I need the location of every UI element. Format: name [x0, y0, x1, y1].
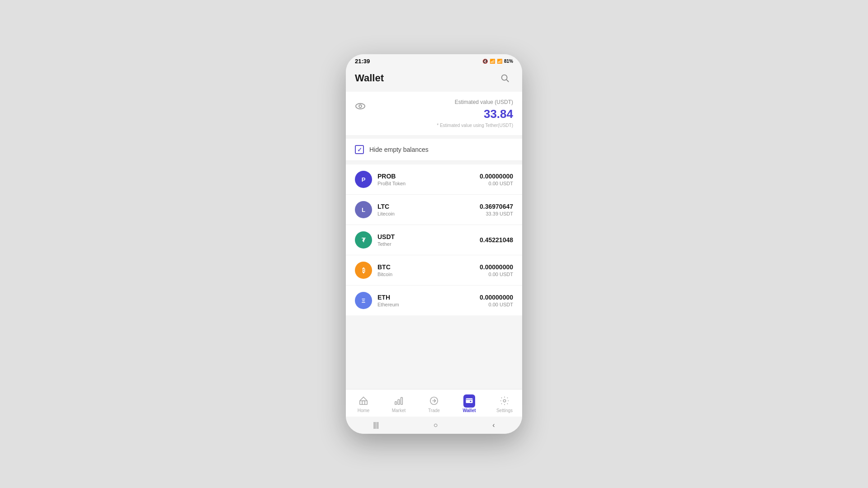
coin-symbol: ETH [377, 294, 399, 301]
coin-item-btc[interactable]: ₿ BTC Bitcoin 0.00000000 0.00 USDT [346, 255, 522, 286]
hide-empty-label: Hide empty balances [369, 146, 429, 153]
svg-rect-6 [398, 399, 400, 404]
coin-name: Tether [377, 241, 395, 247]
nav-settings[interactable]: Settings [491, 393, 518, 415]
coin-left: ₿ BTC Bitcoin [355, 262, 392, 279]
coin-left: ₮ USDT Tether [355, 231, 395, 249]
page-title: Wallet [355, 72, 384, 84]
coin-right: 0.45221048 [480, 236, 513, 244]
status-bar: 21:39 🔇 📶 📶 81% [346, 54, 522, 66]
coin-info-eth: ETH Ethereum [377, 294, 399, 307]
coin-usdt: 33.39 USDT [480, 211, 513, 216]
estimated-amount: 33.84 [437, 107, 513, 121]
coin-item-ltc[interactable]: L LTC Litecoin 0.36970647 33.39 USDT [346, 195, 522, 225]
svg-point-3 [359, 105, 362, 108]
system-home-button[interactable]: ○ [425, 419, 447, 431]
coin-balance: 0.00000000 [480, 263, 513, 271]
settings-icon [499, 395, 510, 407]
coin-balance: 0.00000000 [480, 294, 513, 301]
nav-wallet-label: Wallet [462, 408, 476, 413]
signal-icon: 📶 [497, 59, 502, 64]
coin-symbol: LTC [377, 203, 395, 210]
wifi-icon: 📶 [490, 59, 495, 64]
svg-rect-5 [395, 402, 397, 404]
estimated-label: Estimated value (USDT) [437, 99, 513, 105]
coin-info-prob: PROB ProBit Token [377, 173, 406, 186]
nav-trade[interactable]: Trade [420, 393, 448, 415]
svg-rect-4 [360, 401, 368, 404]
nav-settings-label: Settings [496, 408, 513, 413]
system-menu-button[interactable]: ||| [364, 419, 387, 431]
coin-left: L LTC Litecoin [355, 201, 395, 218]
estimated-note: * Estimated value using Tether(USDT) [437, 123, 513, 128]
coin-usdt: 0.00 USDT [480, 302, 513, 307]
svg-point-0 [502, 75, 507, 80]
content-area: Estimated value (USDT) 33.84 * Estimated… [346, 92, 522, 389]
coin-balance: 0.36970647 [480, 203, 513, 210]
coin-logo-ltc: L [355, 201, 372, 218]
coin-logo-usdt: ₮ [355, 231, 372, 249]
coin-symbol: BTC [377, 263, 392, 271]
svg-rect-9 [466, 398, 473, 403]
search-button[interactable] [497, 70, 513, 86]
coin-right: 0.36970647 33.39 USDT [480, 203, 513, 216]
svg-point-10 [503, 399, 506, 402]
coin-logo-prob: P [355, 171, 372, 188]
nav-market[interactable]: Market [385, 393, 412, 415]
hide-empty-section: ✓ Hide empty balances [346, 139, 522, 161]
system-bar: ||| ○ ‹ [346, 417, 522, 434]
coin-name: Litecoin [377, 211, 395, 216]
coin-name: Bitcoin [377, 272, 392, 277]
coin-symbol: PROB [377, 173, 406, 180]
coin-logo-btc: ₿ [355, 262, 372, 279]
nav-market-label: Market [392, 408, 406, 413]
nav-home-label: Home [358, 408, 370, 413]
home-icon [358, 395, 369, 407]
coin-name: Ethereum [377, 302, 399, 307]
battery-icon: 81% [504, 59, 513, 64]
nav-trade-label: Trade [428, 408, 440, 413]
estimated-value-card: Estimated value (USDT) 33.84 * Estimated… [346, 92, 522, 135]
status-time: 21:39 [355, 58, 370, 65]
nav-home[interactable]: Home [350, 393, 377, 415]
toggle-visibility-button[interactable] [355, 101, 366, 113]
coin-balance: 0.45221048 [480, 236, 513, 244]
coin-info-btc: BTC Bitcoin [377, 263, 392, 277]
trade-icon [428, 395, 440, 407]
coin-item-usdt[interactable]: ₮ USDT Tether 0.45221048 [346, 225, 522, 255]
checkmark-icon: ✓ [357, 146, 362, 153]
coin-balance: 0.00000000 [480, 173, 513, 180]
coin-item-eth[interactable]: Ξ ETH Ethereum 0.00000000 0.00 USDT [346, 286, 522, 315]
svg-rect-7 [401, 398, 403, 405]
mute-icon: 🔇 [482, 59, 488, 64]
status-icons: 🔇 📶 📶 81% [482, 59, 513, 64]
coin-usdt: 0.00 USDT [480, 272, 513, 277]
market-icon [393, 395, 405, 407]
coin-item-prob[interactable]: P PROB ProBit Token 0.00000000 0.00 USDT [346, 164, 522, 195]
coin-right: 0.00000000 0.00 USDT [480, 263, 513, 277]
coin-symbol: USDT [377, 233, 395, 240]
coin-right: 0.00000000 0.00 USDT [480, 173, 513, 186]
coin-name: ProBit Token [377, 181, 406, 186]
svg-line-1 [506, 80, 509, 82]
coin-logo-eth: Ξ [355, 292, 372, 309]
nav-wallet[interactable]: Wallet [456, 393, 483, 415]
coin-info-usdt: USDT Tether [377, 233, 395, 247]
coin-left: Ξ ETH Ethereum [355, 292, 399, 309]
bottom-nav: Home Market Trade [346, 389, 522, 417]
system-back-button[interactable]: ‹ [483, 419, 504, 431]
wallet-icon [463, 395, 475, 407]
coin-usdt: 0.00 USDT [480, 181, 513, 186]
svg-point-2 [356, 103, 365, 109]
phone-frame: 21:39 🔇 📶 📶 81% Wallet [346, 54, 522, 434]
coin-list: P PROB ProBit Token 0.00000000 0.00 USDT… [346, 164, 522, 315]
coin-left: P PROB ProBit Token [355, 171, 406, 188]
coin-right: 0.00000000 0.00 USDT [480, 294, 513, 307]
estimated-value-section: Estimated value (USDT) 33.84 * Estimated… [437, 99, 513, 128]
hide-empty-checkbox[interactable]: ✓ [355, 145, 364, 154]
header: Wallet [346, 66, 522, 92]
coin-info-ltc: LTC Litecoin [377, 203, 395, 216]
